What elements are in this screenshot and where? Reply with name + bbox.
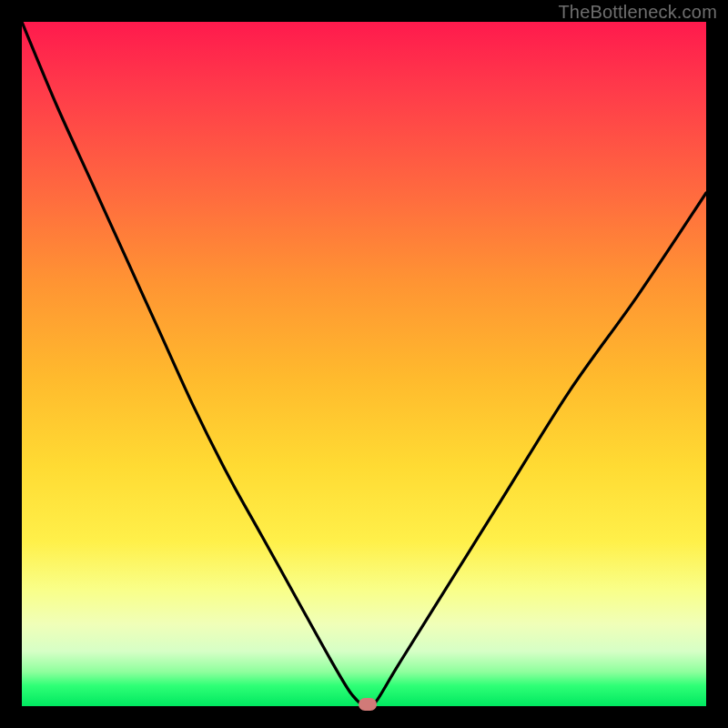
plot-area (22, 22, 706, 706)
optimal-point-marker (359, 698, 377, 711)
bottleneck-curve (22, 22, 706, 706)
watermark-text: TheBottleneck.com (558, 2, 717, 23)
chart-frame: TheBottleneck.com (0, 0, 728, 728)
